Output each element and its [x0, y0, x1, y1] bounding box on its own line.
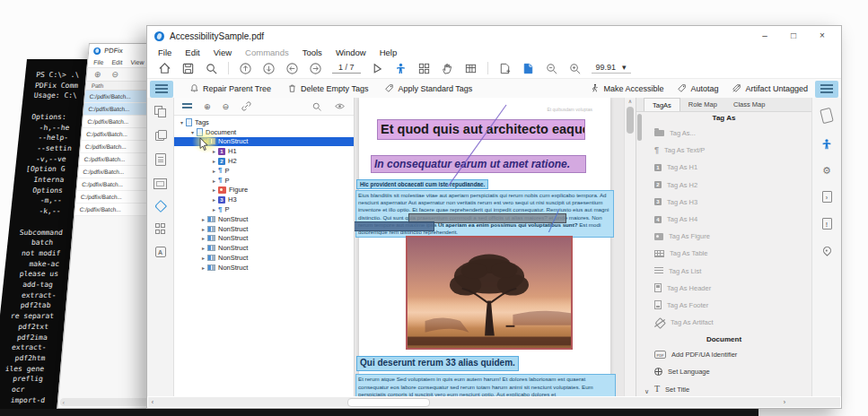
location-pin-icon[interactable]: [821, 245, 833, 256]
tag-as-figure-button[interactable]: Tag As Figure: [636, 228, 811, 245]
tag-as-header-button[interactable]: Tag As Header: [636, 280, 811, 297]
menu-item-file[interactable]: File: [93, 59, 104, 65]
expand-arrow-icon[interactable]: ▸: [210, 196, 218, 203]
search-icon[interactable]: [205, 62, 218, 75]
expand-arrow-icon[interactable]: ▸: [199, 216, 207, 222]
menu-item-edit[interactable]: Edit: [185, 48, 199, 57]
tag-as-table-button[interactable]: Tag As Table: [636, 245, 811, 262]
remove-item-icon[interactable]: ⊖: [111, 70, 118, 79]
menu-item-tools[interactable]: Tools: [302, 48, 322, 57]
bookmarks-panel-icon[interactable]: [154, 130, 166, 141]
previous-page-icon[interactable]: [285, 62, 299, 75]
document-panel-icon[interactable]: [522, 62, 535, 75]
menu-item-view[interactable]: View: [130, 59, 145, 65]
tree-node-nonstruct[interactable]: ▸NonStruct: [174, 263, 354, 273]
tree-node-nonstruct[interactable]: ▸NonStruct: [174, 243, 354, 253]
tab-class-map[interactable]: Class Map: [725, 98, 773, 111]
scroll-down-icon[interactable]: ∨: [644, 388, 649, 395]
select-tool-icon[interactable]: [371, 62, 384, 75]
tag-as-h2-button[interactable]: 2Tag As H2: [636, 177, 811, 194]
accessibility-checker-icon[interactable]: [394, 62, 408, 75]
expand-arrow-icon[interactable]: ▸: [199, 235, 207, 241]
page-indicator[interactable]: 1 / 7: [332, 63, 361, 74]
expand-arrow-icon[interactable]: ▸: [199, 255, 207, 261]
set-title-button[interactable]: TSet Title: [636, 380, 811, 396]
collapse-arrow-icon[interactable]: ▾: [189, 129, 197, 135]
document-view[interactable]: Et quibusdam voluptas Et quod quis aut a…: [355, 98, 636, 396]
expand-arrow-icon[interactable]: ▸: [199, 226, 207, 232]
attach-page-icon[interactable]: [498, 62, 512, 75]
column-path[interactable]: Path: [92, 82, 104, 89]
next-page-icon[interactable]: [309, 62, 322, 75]
link-icon[interactable]: [241, 100, 252, 112]
expand-arrow-icon[interactable]: ▸: [210, 206, 218, 212]
tree-node-figure[interactable]: ▸Figure: [174, 186, 354, 195]
repair-parent-tree-button[interactable]: Repair Parent Tree: [189, 83, 271, 95]
expand-arrow-icon[interactable]: ▸: [199, 264, 207, 271]
menu-item-view[interactable]: View: [214, 48, 232, 57]
zoom-in-icon[interactable]: [568, 62, 582, 75]
doc-paragraph2[interactable]: Et rerum atque Sed voluptatem in quis eu…: [355, 374, 616, 396]
menu-item-edit[interactable]: Edit: [111, 59, 123, 65]
doc-heading4[interactable]: Qui deserunt rerum 33 alias quidem.: [356, 356, 519, 371]
table-tool-icon[interactable]: [464, 62, 478, 75]
tree-node-h2[interactable]: ▸2H2: [174, 156, 354, 166]
scroll-left-icon[interactable]: ‹: [148, 397, 157, 407]
panel-scroll-thumb[interactable]: [637, 114, 642, 141]
validation-report-icon[interactable]: !: [822, 218, 832, 230]
tree-node-p[interactable]: ▸¶P: [174, 176, 354, 186]
minimize-button[interactable]: –: [753, 26, 776, 46]
hand-tool-icon[interactable]: [441, 62, 454, 75]
tab-role-map[interactable]: Role Map: [680, 98, 725, 111]
scroll-up-icon[interactable]: ∧: [628, 98, 632, 104]
tag-as-h4-button[interactable]: 4Tag As H4: [636, 211, 811, 228]
tree-node-p[interactable]: ▸¶P: [174, 166, 354, 176]
show-hide-icon[interactable]: [334, 100, 346, 112]
add-item-icon[interactable]: ⊕: [94, 70, 101, 79]
settings-gear-icon[interactable]: ⚙: [822, 166, 831, 176]
tag-as-text-p-button[interactable]: ¶Tag As Text/P: [636, 142, 811, 159]
layers-panel-icon[interactable]: [153, 178, 167, 189]
doc-heading3[interactable]: Hic provident obcaecati cum iste repudia…: [356, 179, 488, 189]
tree-node-document[interactable]: ▾Document: [174, 127, 354, 137]
first-page-icon[interactable]: [239, 62, 252, 75]
pages-panel-icon[interactable]: [154, 106, 166, 117]
zoom-level-select[interactable]: 99.91 ▾: [592, 63, 631, 74]
tree-node-nonstruct[interactable]: ▸NonStruct: [174, 253, 354, 263]
tree-node-tags[interactable]: ▾Tags: [174, 117, 354, 127]
doc-figure-tree-photo[interactable]: [406, 236, 573, 350]
expand-node-icon[interactable]: ⊕: [204, 102, 211, 111]
right-panel-toggle-button[interactable]: [815, 81, 838, 98]
zoom-out-icon[interactable]: [545, 62, 558, 75]
scroll-left-icon[interactable]: ‹: [63, 400, 66, 405]
mobile-preview-icon[interactable]: [820, 108, 834, 124]
menu-item-file[interactable]: File: [158, 48, 171, 57]
export-document-icon[interactable]: ›: [822, 191, 832, 203]
close-button[interactable]: ×: [811, 26, 834, 46]
document-vscrollbar[interactable]: ∧: [624, 98, 636, 396]
tree-node-h3[interactable]: ▸3H3: [174, 195, 354, 204]
tree-menu-icon[interactable]: [182, 103, 192, 110]
content-panel-icon[interactable]: [155, 153, 166, 166]
make-accessible-button[interactable]: Make Accessible: [590, 83, 663, 95]
tile-view-icon[interactable]: [417, 62, 431, 75]
doc-heading2[interactable]: In consequatur earum ut amet ratione.: [371, 155, 586, 173]
autotag-button[interactable]: Autotag: [677, 83, 718, 95]
save-icon[interactable]: [181, 62, 195, 75]
scroll-right-icon[interactable]: ›: [780, 397, 789, 407]
tree-node-nonstruct[interactable]: ▾NonStruct: [174, 137, 354, 147]
objects-panel-icon[interactable]: [155, 223, 166, 234]
document-hscrollbar[interactable]: ‹ ›: [148, 397, 840, 407]
tag-as-h1-button[interactable]: 1Tag As H1: [636, 159, 811, 176]
annotations-panel-icon[interactable]: A: [155, 247, 166, 257]
apply-standard-tags-button[interactable]: Apply Standard Tags: [384, 83, 472, 95]
tag-as-list-button[interactable]: Tag As List: [636, 263, 811, 280]
tree-node-p[interactable]: ▸¶P: [174, 204, 354, 214]
titlebar[interactable]: AccessibilitySample.pdf – □ ×: [147, 26, 841, 46]
expand-arrow-icon[interactable]: ▸: [210, 186, 218, 193]
menu-item-commands[interactable]: Commands: [245, 48, 289, 57]
tree-node-nonstruct[interactable]: ▸NonStruct: [174, 214, 354, 224]
set-language-button[interactable]: Set Language: [636, 363, 811, 381]
expand-arrow-icon[interactable]: ▸: [210, 158, 218, 164]
delete-empty-tags-button[interactable]: Delete Empty Tags: [287, 83, 368, 95]
